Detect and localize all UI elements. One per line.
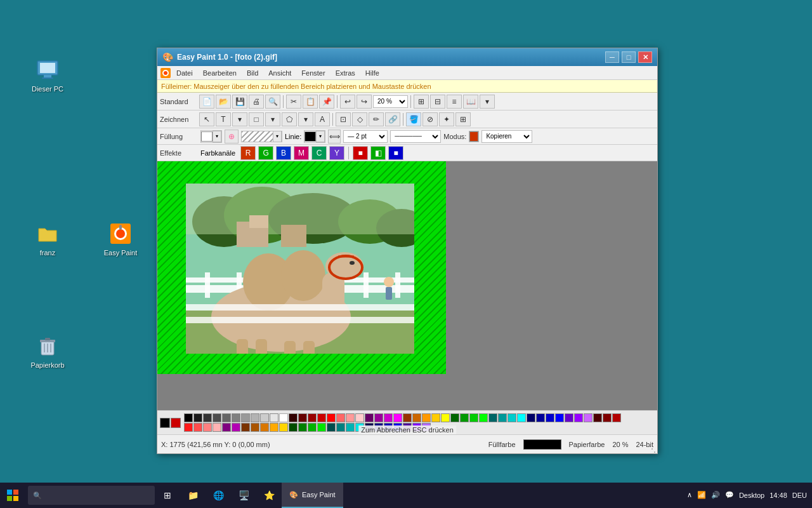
copy-button[interactable]: 📋: [303, 95, 318, 109]
line-dropdown[interactable]: ▾: [316, 131, 325, 142]
color-cell[interactable]: [346, 413, 355, 422]
color-cell[interactable]: [574, 413, 583, 422]
maximize-button[interactable]: □: [622, 51, 636, 63]
print-button[interactable]: 🖨: [249, 95, 264, 109]
line-color-picker[interactable]: ▾: [304, 130, 325, 143]
undo-button[interactable]: ↩: [340, 95, 355, 109]
color-cell[interactable]: [289, 413, 298, 422]
color-black[interactable]: [184, 413, 193, 422]
color-orange[interactable]: [422, 413, 431, 422]
fill-type-btn[interactable]: ⊕: [225, 130, 239, 144]
menu-bild[interactable]: Bild: [242, 68, 263, 78]
color-cell[interactable]: [327, 423, 336, 432]
resize-handle[interactable]: ⋱: [648, 444, 656, 452]
color-cell[interactable]: [346, 423, 355, 432]
color-cell[interactable]: [298, 423, 307, 432]
color-cell[interactable]: [270, 413, 278, 422]
fill-color-picker[interactable]: ▾: [200, 130, 222, 143]
hatch-dropdown[interactable]: ▾: [273, 131, 282, 142]
text-drop[interactable]: ▾: [232, 112, 247, 126]
color-cell[interactable]: [384, 413, 393, 422]
color-cell[interactable]: [251, 423, 259, 432]
rect-drop[interactable]: ▾: [265, 112, 280, 126]
color-cell[interactable]: [241, 423, 250, 432]
color-cell[interactable]: [260, 413, 269, 422]
color-cell[interactable]: [203, 413, 212, 422]
zoom-select[interactable]: 20 % 50 % 100 %: [373, 95, 408, 108]
color-cell[interactable]: [317, 413, 326, 422]
color-cell[interactable]: [193, 413, 202, 422]
color-cell[interactable]: [508, 413, 516, 422]
taskbar-app-easy-paint[interactable]: 🎨 Easy Paint: [282, 483, 343, 508]
effect-btn-7[interactable]: ■: [353, 146, 368, 160]
transform-tool[interactable]: ⊞: [455, 112, 471, 126]
menu-ansicht[interactable]: Ansicht: [263, 68, 296, 78]
menu-hilfe[interactable]: Hilfe: [360, 68, 384, 78]
effect-btn-9[interactable]: ■: [388, 146, 403, 160]
rect-tool[interactable]: □: [249, 112, 264, 126]
color-green[interactable]: [479, 413, 488, 422]
color-cell[interactable]: [308, 423, 317, 432]
redo-button[interactable]: ↪: [357, 95, 372, 109]
menu-extras[interactable]: Extras: [331, 68, 360, 78]
color-cell[interactable]: [184, 423, 193, 432]
taskbar-icon-1[interactable]: 📁: [180, 483, 206, 508]
color-maroon[interactable]: [603, 413, 612, 422]
color-white[interactable]: [279, 413, 288, 422]
erase-tool[interactable]: ⊘: [422, 112, 438, 126]
color-cell[interactable]: [308, 413, 317, 422]
color-gray[interactable]: [232, 413, 240, 422]
color-blue[interactable]: [555, 413, 564, 422]
color-cell[interactable]: [213, 423, 221, 432]
color-cell[interactable]: [431, 413, 440, 422]
taskbar-icon-4[interactable]: ⭐: [256, 483, 282, 508]
color-red[interactable]: [327, 413, 336, 422]
open-button[interactable]: 📂: [216, 95, 231, 109]
color-cell[interactable]: [584, 413, 593, 422]
color-cell[interactable]: [546, 413, 554, 422]
fontA-tool[interactable]: A: [315, 112, 330, 126]
start-button[interactable]: [0, 483, 25, 508]
effect-btn-1[interactable]: R: [240, 146, 256, 160]
close-button[interactable]: ✕: [638, 51, 652, 63]
line-style-btn[interactable]: ⟺: [328, 130, 341, 144]
save-button[interactable]: 💾: [232, 95, 247, 109]
line-style-select[interactable]: ────── ------: [390, 130, 441, 143]
color-cell[interactable]: [612, 413, 621, 422]
select-tool[interactable]: ↖: [199, 112, 214, 126]
fill-dropdown[interactable]: ▾: [213, 131, 221, 142]
minimize-button[interactable]: ─: [605, 51, 619, 63]
color-cell[interactable]: [450, 413, 459, 422]
link-tool[interactable]: 🔗: [385, 112, 400, 126]
menu-fenster[interactable]: Fenster: [296, 68, 330, 78]
color-cell[interactable]: [317, 423, 326, 432]
print-preview-button[interactable]: 🔍: [265, 95, 280, 109]
color-cell[interactable]: [260, 423, 269, 432]
view-btn-4[interactable]: 📖: [463, 95, 478, 109]
color-cell[interactable]: [536, 413, 545, 422]
color-cell[interactable]: [203, 423, 212, 432]
paste-button[interactable]: 📌: [319, 95, 334, 109]
desktop-icon-franz[interactable]: franz: [22, 221, 73, 257]
color-cell[interactable]: [232, 423, 240, 432]
color-cell[interactable]: [270, 423, 278, 432]
taskbar-desktop-label[interactable]: Desktop: [739, 491, 764, 499]
effect-btn-4[interactable]: M: [294, 146, 309, 160]
fill-tool[interactable]: 🪣: [406, 112, 421, 126]
taskbar-search[interactable]: 🔍: [28, 486, 155, 505]
cut-button[interactable]: ✂: [286, 95, 301, 109]
color-cell[interactable]: [222, 413, 231, 422]
crop-tool[interactable]: ◇: [352, 112, 367, 126]
color-magenta[interactable]: [393, 413, 402, 422]
effect-btn-6[interactable]: Y: [329, 146, 344, 160]
pen-tool[interactable]: ✏: [369, 112, 384, 126]
color-cell[interactable]: [527, 413, 535, 422]
menu-bearbeiten[interactable]: Bearbeiten: [198, 68, 242, 78]
canvas-area[interactable]: [157, 161, 657, 410]
color-cell[interactable]: [488, 413, 497, 422]
color-purple[interactable]: [222, 423, 231, 432]
text-tool[interactable]: T: [216, 112, 231, 126]
color-cell[interactable]: [460, 413, 469, 422]
color-cell[interactable]: [469, 413, 478, 422]
desktop-icon-papierkorb[interactable]: Papierkorb: [22, 333, 73, 369]
